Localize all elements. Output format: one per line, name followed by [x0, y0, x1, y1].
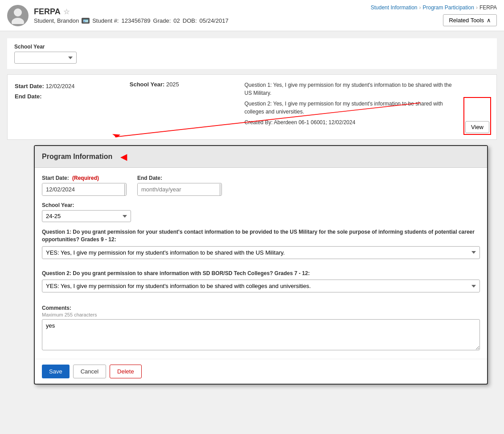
dob-value: 05/24/2017 — [200, 17, 229, 24]
question1-form-label: Question 1: Do you grant permission for … — [42, 228, 480, 243]
school-year-rec-label: School Year: — [130, 81, 165, 88]
school-year-rec-value: 2025 — [166, 81, 179, 88]
chevron-up-icon: ∧ — [487, 17, 491, 24]
student-name: Student, Brandon — [34, 17, 79, 24]
question1-group: Question 1: Do you grant permission for … — [42, 228, 480, 265]
school-year-select[interactable]: 24-25 23-24 22-23 — [42, 210, 131, 222]
school-year-form-label: School Year: — [42, 202, 480, 208]
svg-point-0 — [14, 8, 22, 16]
comments-group: Comments: Maximum 255 characters yes — [42, 305, 480, 352]
program-info-panel: Program Information ◀ Start Date: (Requi… — [34, 145, 488, 385]
start-date-input-wrapper: 📅 — [42, 183, 127, 196]
panel-header: Program Information ◀ — [35, 146, 487, 168]
header-right: Student Information › Program Participat… — [371, 4, 497, 26]
left-arrow-icon: ◀ — [120, 151, 127, 162]
header-title: FERPA ☆ — [34, 7, 229, 16]
student-number: 123456789 — [121, 17, 150, 24]
page-header: FERPA ☆ Student, Brandon 🪪 Student #: 12… — [0, 0, 504, 31]
end-date-calendar-button[interactable]: 📅 — [220, 184, 222, 195]
start-date-group: Start Date: (Required) 📅 — [42, 175, 127, 196]
delete-button[interactable]: Delete — [110, 365, 142, 378]
breadcrumb: Student Information › Program Participat… — [371, 4, 497, 11]
grade-value: 02 — [173, 17, 180, 24]
record-school-year: School Year: 2025 — [130, 81, 236, 133]
question2-text: Question 2: Yes, I give my permission fo… — [245, 100, 457, 116]
record-dates: Start Date: 12/02/2024 End Date: — [15, 81, 121, 133]
date-row: Start Date: (Required) 📅 End Date: 📅 — [42, 175, 480, 196]
question2-group: Question 2: Do you grant permission to s… — [42, 270, 480, 299]
required-indicator: (Required) — [72, 175, 99, 181]
view-btn-wrapper: View — [465, 99, 489, 133]
start-date-form-label: Start Date: (Required) — [42, 175, 127, 181]
school-year-form-group: School Year: 24-25 23-24 22-23 — [42, 202, 480, 222]
breadcrumb-ferpa: FERPA — [479, 4, 497, 11]
header-left: FERPA ☆ Student, Brandon 🪪 Student #: 12… — [7, 5, 229, 26]
breadcrumb-sep-1: › — [419, 4, 421, 11]
dob-label: DOB: — [183, 17, 197, 24]
school-year-section: School Year — [7, 38, 497, 69]
view-button[interactable]: View — [465, 121, 489, 133]
main-content: School Year Start Date: 12/02/2024 End D… — [0, 31, 504, 401]
comments-hint: Maximum 255 characters — [42, 312, 480, 317]
record-card: Start Date: 12/02/2024 End Date: School … — [7, 74, 497, 140]
start-date-value: 12/02/2024 — [45, 83, 74, 89]
end-date-input-wrapper: 📅 — [137, 183, 222, 196]
comments-label: Comments: — [42, 305, 480, 311]
end-date-label: End Date: — [15, 93, 42, 100]
header-info: FERPA ☆ Student, Brandon 🪪 Student #: 12… — [34, 7, 229, 24]
end-date-form-label: End Date: — [137, 175, 222, 181]
breadcrumb-program-participation[interactable]: Program Participation — [422, 4, 474, 11]
comments-textarea[interactable]: yes — [42, 319, 480, 350]
breadcrumb-sep-2: › — [476, 4, 478, 11]
end-date-input[interactable] — [138, 183, 220, 195]
cancel-button[interactable]: Cancel — [73, 365, 106, 378]
record-area: Start Date: 12/02/2024 End Date: School … — [7, 74, 497, 140]
question2-form-label: Question 2: Do you grant permission to s… — [42, 270, 480, 277]
school-year-dropdown[interactable] — [14, 52, 77, 64]
star-icon[interactable]: ☆ — [63, 8, 70, 16]
question1-select[interactable]: YES: Yes, I give my permission for my st… — [42, 246, 480, 259]
start-date-calendar-button[interactable]: 📅 — [124, 184, 127, 195]
panel-title: Program Information — [42, 153, 112, 161]
avatar — [7, 5, 29, 26]
grade-label: Grade: — [153, 17, 171, 24]
question2-select[interactable]: YES: Yes, I give my permission for my st… — [42, 280, 480, 292]
student-details: Student, Brandon 🪪 Student #: 123456789 … — [34, 17, 229, 24]
student-number-label: Student #: — [92, 17, 119, 24]
svg-point-1 — [12, 18, 24, 24]
created-by: Created By: Aberdeen 06-1 06001; 12/02/2… — [245, 118, 457, 126]
breadcrumb-student-info[interactable]: Student Information — [371, 4, 418, 11]
question1-text: Question 1: Yes, I give my permission fo… — [245, 81, 457, 97]
panel-footer: Save Cancel Delete — [35, 359, 487, 384]
school-year-label: School Year — [14, 44, 490, 50]
related-tools-button[interactable]: Related Tools ∧ — [443, 14, 497, 26]
start-date-label: Start Date: — [15, 83, 44, 89]
related-tools-label: Related Tools — [449, 17, 484, 24]
save-button[interactable]: Save — [42, 365, 70, 378]
record-questions: Question 1: Yes, I give my permission fo… — [245, 81, 457, 133]
start-date-input[interactable] — [42, 183, 124, 195]
ferpa-title: FERPA — [34, 7, 61, 16]
panel-body: Start Date: (Required) 📅 End Date: 📅 — [35, 168, 487, 359]
id-card-icon: 🪪 — [82, 18, 90, 24]
end-date-group: End Date: 📅 — [137, 175, 222, 196]
